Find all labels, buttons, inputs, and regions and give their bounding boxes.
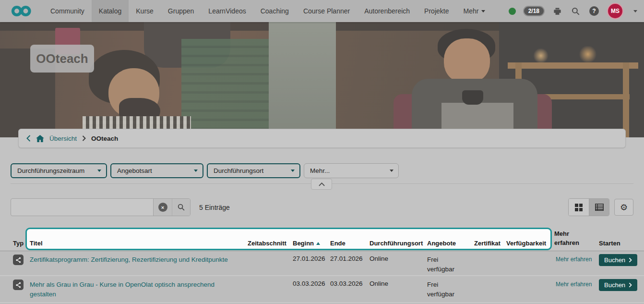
chevron-down-icon: [291, 170, 295, 172]
nav-item-projekte[interactable]: Projekte: [417, 0, 456, 22]
catalog-page: Community Katalog Kurse Gruppen LearnVid…: [0, 0, 644, 304]
question-icon: [589, 6, 599, 16]
nav-item-kurse[interactable]: Kurse: [129, 0, 161, 22]
nav-item-community[interactable]: Community: [43, 0, 92, 22]
curriculum-type-share-icon: [13, 280, 24, 290]
gear-icon: [620, 203, 628, 212]
grid-icon: [575, 204, 583, 211]
openolat-logo-icon[interactable]: [11, 5, 33, 17]
filter-angebotsart[interactable]: Angebotsart: [110, 163, 203, 178]
curriculum-type-share-icon: [13, 255, 24, 265]
chevron-right-icon: [629, 282, 632, 288]
filter-durchfuehrungsort[interactable]: Durchführungsort: [207, 163, 300, 178]
col-zeitabschnitt[interactable]: Zeitabschnitt: [248, 240, 286, 247]
print-button[interactable]: [552, 6, 563, 17]
session-counter-badge: 2/18: [523, 6, 545, 16]
col-angebote[interactable]: Angebote: [427, 240, 456, 247]
search-input[interactable]: [11, 199, 153, 216]
col-verfuegbarkeit[interactable]: Verfügbarkeit: [506, 240, 546, 247]
sort-ascending-icon: [316, 242, 320, 245]
col-zertifikat[interactable]: Zertifikat: [474, 240, 501, 247]
angebote-cell: Frei verfügbar: [427, 280, 462, 300]
table-row: Zertifikatsprogramm: Zertifizierung, Rez…: [0, 251, 644, 276]
course-title-link[interactable]: Zertifikatsprogramm: Zertifizierung, Rez…: [30, 255, 242, 265]
filter-mehr[interactable]: Mehr...: [304, 163, 399, 178]
chevron-right-icon: [82, 135, 86, 141]
filter-label: Angebotsart: [117, 167, 152, 174]
highlight-box: [25, 228, 552, 250]
col-beginn[interactable]: Beginn: [293, 240, 320, 247]
list-icon: [595, 204, 604, 211]
nav-item-gruppen[interactable]: Gruppen: [161, 0, 201, 22]
view-toggle-group: [568, 198, 609, 216]
submit-search-button[interactable]: [172, 199, 190, 216]
col-titel[interactable]: Titel: [30, 240, 43, 247]
main-menu: Community Katalog Kurse Gruppen LearnVid…: [43, 0, 492, 22]
breadcrumb-overview-link[interactable]: Übersicht: [49, 135, 77, 142]
filter-durchfuehrungszeitraum[interactable]: Durchführungszeitraum: [11, 163, 107, 178]
filter-label: Mehr...: [310, 167, 330, 174]
table-settings-button[interactable]: [614, 199, 633, 216]
nav-item-katalog[interactable]: Katalog: [92, 0, 129, 22]
table-row: Mehr als Grau in Grau - Kurse in OpenOla…: [0, 276, 644, 303]
top-navigation: Community Katalog Kurse Gruppen LearnVid…: [0, 0, 644, 22]
table-header: Typ Titel Zeitabschnitt Beginn Ende Durc…: [0, 227, 644, 251]
beginn-cell: 27.01.2026: [293, 255, 325, 262]
entries-count: 5 Einträge: [199, 204, 230, 211]
chevron-down-icon: [194, 170, 198, 172]
user-menu-chevron-down-icon[interactable]: [633, 10, 637, 12]
nav-item-learnvideos[interactable]: LearnVideos: [201, 0, 253, 22]
online-status-dot: [509, 8, 516, 15]
nav-item-coaching[interactable]: Coaching: [253, 0, 296, 22]
printer-icon: [553, 7, 562, 16]
col-mehr-erfahren: Mehr erfahren: [554, 230, 584, 248]
chevron-left-icon: [26, 135, 31, 142]
chevron-down-icon: [390, 170, 394, 172]
buchen-button[interactable]: Buchen: [599, 279, 637, 291]
beginn-cell: 03.03.2026: [293, 280, 325, 287]
angebote-cell: Frei verfügbar: [427, 255, 462, 275]
col-beginn-label: Beginn: [293, 240, 314, 247]
search-icon: [177, 203, 185, 211]
table-body: Zertifikatsprogramm: Zertifizierung, Rez…: [0, 251, 644, 304]
mehr-erfahren-link[interactable]: Mehr erfahren: [556, 281, 592, 288]
ende-cell: 27.01.2026: [330, 255, 363, 262]
back-button[interactable]: [26, 135, 31, 142]
chevron-down-icon: [481, 10, 485, 12]
buchen-label: Buchen: [604, 256, 625, 264]
list-view-button[interactable]: [589, 199, 609, 216]
list-toolbar: 5 Einträge: [11, 198, 633, 216]
ort-cell: Online: [370, 280, 388, 287]
hero-image: OOteach: [0, 22, 644, 137]
chevron-up-icon: [319, 182, 325, 186]
col-starten: Starten: [599, 240, 620, 247]
col-durchfuehrungsort[interactable]: Durchführungsort: [370, 240, 423, 247]
clear-search-button[interactable]: [154, 199, 172, 216]
buchen-label: Buchen: [604, 281, 625, 289]
nav-utilities: 2/18 MS: [509, 3, 637, 19]
nav-item-mehr-label: Mehr: [463, 7, 478, 15]
filter-label: Durchführungsort: [214, 167, 263, 174]
nav-item-autorenbereich[interactable]: Autorenbereich: [357, 0, 417, 22]
nav-item-mehr[interactable]: Mehr: [456, 0, 492, 22]
chevron-right-icon: [629, 257, 632, 263]
chevron-down-icon: [97, 170, 101, 172]
col-ende[interactable]: Ende: [330, 240, 346, 247]
filter-bar: Durchführungszeitraum Angebotsart Durchf…: [11, 163, 644, 178]
mehr-erfahren-link[interactable]: Mehr erfahren: [556, 256, 592, 263]
ende-cell: 03.03.2026: [330, 280, 363, 287]
course-title-link[interactable]: Mehr als Grau in Grau - Kurse in OpenOla…: [30, 280, 242, 300]
grid-view-button[interactable]: [569, 199, 589, 216]
nav-item-course-planner[interactable]: Course Planner: [296, 0, 357, 22]
buchen-button[interactable]: Buchen: [599, 254, 637, 266]
home-icon[interactable]: [36, 135, 44, 142]
clear-icon: [158, 203, 167, 212]
catalog-table: Typ Titel Zeitabschnitt Beginn Ende Durc…: [0, 227, 644, 304]
search-button[interactable]: [570, 6, 581, 17]
search-box: [11, 198, 191, 216]
help-button[interactable]: [588, 5, 600, 17]
ort-cell: Online: [370, 255, 388, 262]
user-avatar[interactable]: MS: [607, 3, 623, 19]
collapse-filters-button[interactable]: [311, 179, 332, 190]
breadcrumb-current: OOteach: [91, 135, 118, 142]
